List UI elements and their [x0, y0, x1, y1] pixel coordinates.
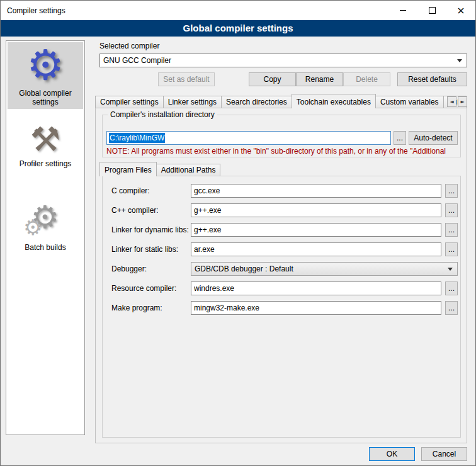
- reset-defaults-button[interactable]: Reset defaults: [397, 72, 467, 86]
- field-row-resource-compiler: Resource compiler: ...: [103, 281, 460, 295]
- installation-directory-legend: Compiler's installation directory: [108, 110, 217, 119]
- chevron-down-icon: [448, 268, 453, 271]
- toolchain-panel: Compiler's installation directory C:\ray…: [95, 108, 467, 443]
- rename-button[interactable]: Rename: [296, 72, 343, 86]
- resource-compiler-label: Resource compiler:: [111, 281, 176, 295]
- tab-linker-settings[interactable]: Linker settings: [163, 96, 222, 108]
- compiler-select[interactable]: GNU GCC Compiler: [99, 54, 467, 67]
- subtab-additional-paths[interactable]: Additional Paths: [156, 164, 221, 176]
- compiler-buttons-row: Set as default Copy Rename Delete Reset …: [99, 72, 467, 86]
- compiler-select-value: GNU GCC Compiler: [103, 56, 171, 65]
- make-program-browse-button[interactable]: ...: [445, 301, 458, 315]
- field-row-linker-static: Linker for static libs: ...: [103, 242, 460, 256]
- c-compiler-label: C compiler:: [111, 184, 150, 198]
- field-row-c-compiler: C compiler: ...: [103, 184, 460, 198]
- c-compiler-input[interactable]: [191, 184, 441, 198]
- gray-gears-icon: ⚙ ⚙: [23, 202, 67, 241]
- sidebar-item-label: Profiler settings: [20, 159, 72, 168]
- linker-dynamic-input[interactable]: [191, 223, 441, 237]
- window-title: Compiler settings: [7, 6, 65, 15]
- field-row-linker-dynamic: Linker for dynamic libs: ...: [103, 223, 460, 237]
- installation-directory-group: Compiler's installation directory C:\ray…: [102, 115, 461, 157]
- cancel-button[interactable]: Cancel: [421, 447, 467, 461]
- linker-static-label: Linker for static libs:: [111, 242, 178, 256]
- resource-compiler-browse-button[interactable]: ...: [445, 281, 458, 295]
- maximize-icon: [429, 7, 436, 14]
- copy-button[interactable]: Copy: [249, 72, 296, 86]
- sidebar-item-profiler-settings[interactable]: ⚒ Profiler settings: [8, 120, 83, 171]
- cpp-compiler-browse-button[interactable]: ...: [445, 203, 458, 217]
- install-dir-browse-button[interactable]: ...: [394, 131, 406, 145]
- tab-toolchain-executables[interactable]: Toolchain executables: [292, 94, 376, 108]
- tab-scroll-arrows: ◄ ►: [446, 96, 467, 107]
- field-row-cpp-compiler: C++ compiler: ...: [103, 203, 460, 217]
- c-compiler-browse-button[interactable]: ...: [445, 184, 458, 198]
- linker-dynamic-label: Linker for dynamic libs:: [111, 223, 189, 237]
- ok-button[interactable]: OK: [369, 447, 415, 461]
- blue-gear-icon: ⚙: [26, 45, 64, 86]
- sidebar-item-batch-builds[interactable]: ⚙ ⚙ Batch builds: [8, 199, 83, 254]
- main-area: Selected compiler GNU GCC Compiler Set a…: [94, 37, 472, 466]
- auto-detect-button[interactable]: Auto-detect: [409, 131, 458, 145]
- resource-compiler-input[interactable]: [191, 281, 441, 295]
- page-title: Global compiler settings: [1, 20, 475, 37]
- selected-compiler-label: Selected compiler: [99, 42, 159, 50]
- minimize-button[interactable]: [388, 1, 417, 20]
- subtab-program-files[interactable]: Program Files: [99, 162, 157, 176]
- cpp-compiler-label: C++ compiler:: [111, 203, 159, 217]
- debugger-select-value: GDB/CDB debugger : Default: [195, 264, 293, 273]
- close-button[interactable]: ×: [446, 1, 475, 20]
- compiler-settings-window: Compiler settings × Global compiler sett…: [0, 0, 476, 466]
- delete-button[interactable]: Delete: [343, 72, 390, 86]
- settings-sidebar: ⚙ Global compiler settings ⚒ Profiler se…: [6, 40, 85, 435]
- tab-compiler-settings[interactable]: Compiler settings: [95, 96, 164, 108]
- sidebar-item-label: Global compiler settings: [9, 89, 82, 106]
- field-row-debugger: Debugger: GDB/CDB debugger : Default: [103, 262, 460, 276]
- caption-buttons: ×: [388, 1, 475, 20]
- tab-scroll-right-icon[interactable]: ►: [458, 96, 467, 107]
- tab-search-directories[interactable]: Search directories: [221, 96, 292, 108]
- profiler-tool-icon: ⚒: [30, 123, 60, 157]
- sidebar-item-label: Batch builds: [25, 243, 65, 252]
- cpp-compiler-input[interactable]: [191, 203, 441, 217]
- titlebar: Compiler settings ×: [1, 1, 475, 20]
- set-as-default-button[interactable]: Set as default: [158, 72, 215, 86]
- gear-icon: ⚙: [23, 217, 42, 238]
- debugger-select[interactable]: GDB/CDB debugger : Default: [191, 262, 458, 276]
- chevron-down-icon: [457, 59, 462, 62]
- sidebar-item-global-compiler-settings[interactable]: ⚙ Global compiler settings: [8, 42, 83, 109]
- linker-static-input[interactable]: [191, 242, 441, 256]
- install-dir-selected-text: C:\raylib\MinGW: [109, 133, 165, 143]
- settings-tabbar: Compiler settings Linker settings Search…: [95, 94, 467, 108]
- minimize-icon: [400, 10, 406, 11]
- install-dir-input[interactable]: C:\raylib\MinGW: [106, 131, 391, 145]
- maximize-button[interactable]: [417, 1, 446, 20]
- linker-static-browse-button[interactable]: ...: [445, 242, 458, 256]
- program-files-subtabbar: Program Files Additional Paths: [99, 162, 220, 176]
- bin-subdirectory-note: NOTE: All programs must exist either in …: [106, 147, 459, 156]
- make-program-label: Make program:: [111, 301, 162, 315]
- debugger-label: Debugger:: [111, 262, 147, 276]
- field-row-make-program: Make program: ...: [103, 301, 460, 315]
- program-files-panel: C compiler: ... C++ compiler: ... Linker…: [102, 176, 461, 438]
- close-icon: ×: [456, 6, 465, 16]
- linker-dynamic-browse-button[interactable]: ...: [445, 223, 458, 237]
- tab-custom-variables[interactable]: Custom variables: [375, 96, 444, 108]
- tab-scroll-left-icon[interactable]: ◄: [447, 96, 456, 107]
- make-program-input[interactable]: [191, 301, 441, 315]
